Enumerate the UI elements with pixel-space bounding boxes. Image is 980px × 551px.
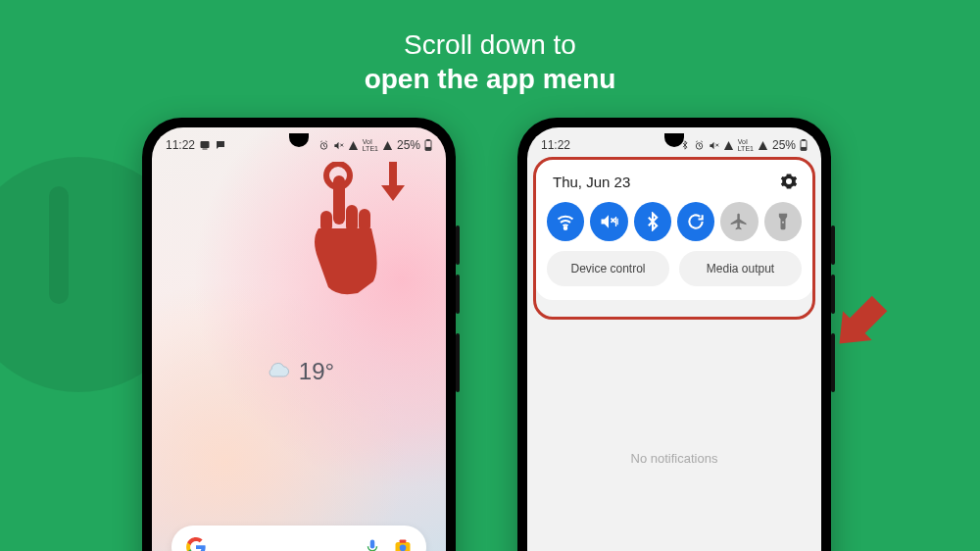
phone-screen: 11:22 VoILTE1 25% Thu, Jun 23 (527, 127, 821, 551)
sync-tile[interactable] (677, 202, 714, 241)
quick-settings-row (547, 200, 802, 251)
flashlight-tile[interactable] (764, 202, 802, 241)
signal-icon (758, 140, 768, 151)
sync-icon (686, 212, 706, 231)
svg-point-25 (564, 226, 567, 229)
phone-screen: 11:22 VoILTE1 25% 19° (152, 127, 446, 551)
svg-point-11 (400, 545, 407, 552)
svg-rect-15 (346, 205, 358, 232)
background-shape (49, 186, 69, 304)
bluetooth-tile[interactable] (634, 202, 671, 241)
svg-rect-5 (427, 139, 429, 140)
media-output-button[interactable]: Media output (679, 251, 802, 286)
mic-icon[interactable] (364, 538, 381, 551)
alarm-icon (318, 140, 329, 151)
device-control-button[interactable]: Device control (547, 251, 669, 286)
headline-line2: open the app menu (0, 62, 980, 96)
callout-arrow-icon (825, 289, 894, 362)
svg-rect-18 (389, 162, 397, 187)
flashlight-icon (773, 212, 793, 231)
cloud-icon (264, 362, 291, 381)
wifi-icon (556, 212, 575, 231)
lte-label: VoILTE1 (738, 138, 754, 152)
sms-icon (215, 139, 226, 151)
gear-icon[interactable] (780, 173, 798, 190)
volume-up-button (456, 225, 460, 265)
svg-point-28 (782, 222, 784, 224)
mute-icon (709, 140, 719, 151)
bluetooth-icon (643, 212, 662, 231)
battery-icon (800, 139, 808, 151)
temperature: 19° (299, 358, 334, 385)
svg-rect-12 (400, 540, 407, 543)
signal-icon (723, 140, 734, 151)
svg-rect-6 (426, 147, 431, 149)
svg-rect-14 (333, 175, 345, 225)
wifi-tile[interactable] (547, 202, 584, 241)
svg-rect-7 (370, 540, 375, 549)
arrow-down-icon (381, 162, 405, 201)
google-logo-icon (185, 536, 207, 551)
device-control-label: Device control (570, 262, 645, 276)
google-search-bar[interactable] (172, 526, 426, 551)
airplane-icon (729, 212, 749, 231)
signal-icon (348, 140, 359, 151)
media-output-label: Media output (707, 262, 774, 276)
lte-label: VoILTE1 (363, 138, 378, 152)
headline-line1: Scroll down to (0, 27, 980, 62)
weather-widget[interactable]: 19° (264, 358, 334, 385)
svg-rect-0 (201, 141, 210, 148)
camera-icon[interactable] (393, 537, 413, 551)
power-button (456, 333, 460, 392)
battery-pct: 25% (772, 138, 796, 152)
signal-icon (382, 140, 393, 151)
shade-header: Thu, Jun 23 (547, 171, 802, 200)
phone-mockup-shade: 11:22 VoILTE1 25% Thu, Jun 23 (517, 118, 831, 551)
volume-up-button (831, 225, 835, 265)
status-time: 11:22 (541, 138, 570, 152)
mute-icon (333, 140, 344, 151)
alarm-icon (694, 140, 705, 151)
airplane-tile[interactable] (720, 202, 758, 241)
battery-icon (424, 139, 432, 151)
mute-tile[interactable] (590, 202, 627, 241)
phone-mockup-home: 11:22 VoILTE1 25% 19° (142, 118, 456, 551)
svg-rect-24 (802, 147, 807, 149)
battery-pct: 25% (397, 138, 420, 152)
mute-vibrate-icon (599, 212, 618, 231)
svg-rect-23 (803, 139, 805, 140)
message-icon (199, 139, 211, 151)
notification-shade: Thu, Jun 23 (535, 159, 813, 300)
headline: Scroll down to open the app menu (0, 27, 980, 96)
no-notifications-text: No notifications (527, 451, 821, 466)
quick-settings-buttons: Device control Media output (547, 251, 802, 286)
volume-down-button (456, 275, 460, 314)
swipe-gesture-icon (289, 162, 397, 299)
shade-date: Thu, Jun 23 (553, 174, 630, 190)
status-time: 11:22 (166, 138, 195, 152)
